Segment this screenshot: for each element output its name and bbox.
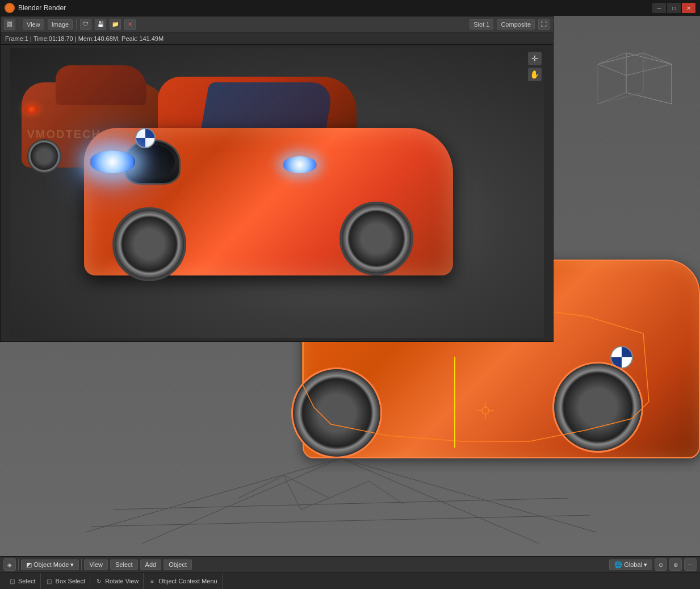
rotate-view-status-item[interactable]: ↻ Rotate View: [90, 573, 144, 589]
watermark-text: VMODTECH.COM: [27, 128, 136, 141]
title-bar: Blender Render ─ □ ✕: [0, 0, 700, 16]
headlight-right-icon: [283, 156, 317, 173]
separator: [19, 19, 19, 30]
render-status-bar: Frame:1 | Time:01:18.70 | Mem:140.68M, P…: [1, 32, 553, 45]
select-label: Select: [18, 578, 36, 584]
close-button[interactable]: ✕: [682, 3, 695, 13]
render-image-container: VMODTECH.COM ✛ ✋: [1, 48, 553, 338]
shield-icon[interactable]: 🛡: [80, 19, 91, 30]
blender-logo-icon: [5, 3, 15, 13]
render-toolbar: 🖼 View Image 🛡 💾 📁 ✕ Slot 1 Composite ⛶: [1, 16, 553, 32]
mouse-left-icon: ◱: [8, 577, 16, 585]
separator: [18, 559, 19, 570]
select-status-item[interactable]: ◱ Select: [3, 573, 41, 589]
svg-line-11: [114, 498, 568, 509]
object-menu-button[interactable]: Object: [164, 559, 192, 570]
transform-handle-icon: [477, 402, 494, 419]
app-title: Blender Render: [18, 4, 66, 12]
close-render-icon[interactable]: ✕: [124, 19, 136, 30]
menu-icon: ≡: [148, 577, 156, 585]
box-select-label: Box Select: [56, 578, 86, 584]
ground-plane-icon: [85, 430, 596, 544]
folder-icon[interactable]: 📁: [110, 19, 121, 30]
mode-bar-right: 🌐 Global ▾ ⊙ ⊕ ⋯: [609, 558, 697, 571]
chevron-down-icon: ▾: [644, 561, 647, 569]
render-window: 🖼 View Image 🛡 💾 📁 ✕ Slot 1 Composite ⛶ …: [0, 16, 554, 342]
select-menu-button[interactable]: Select: [110, 559, 138, 570]
orientation-icon: 🌐: [614, 561, 622, 569]
svg-line-8: [341, 458, 596, 532]
render-image: VMODTECH.COM ✛ ✋: [10, 48, 544, 338]
render-side-icons: ✛ ✋: [526, 48, 544, 85]
save-icon[interactable]: 💾: [95, 19, 106, 30]
fullscreen-icon[interactable]: ⛶: [538, 19, 550, 30]
headlight-left-icon: [90, 151, 135, 173]
svg-point-13: [482, 407, 489, 414]
svg-line-7: [85, 458, 341, 532]
context-label: Object Context Menu: [158, 578, 217, 584]
bmw-logo-icon: [135, 128, 156, 148]
mode-bar: ◈ ◩ Object Mode ▾ View Select Add Object…: [0, 557, 700, 573]
snap-icon[interactable]: ⊕: [669, 558, 682, 571]
global-orientation-button[interactable]: 🌐 Global ▾: [609, 559, 652, 570]
svg-line-10: [341, 458, 539, 544]
wheel-front: [112, 207, 186, 281]
separator: [81, 559, 82, 570]
editor-type-icon[interactable]: 🖼: [4, 19, 15, 30]
status-bar: ◱ Select ◱ Box Select ↻ Rotate View ≡ Ob…: [0, 573, 700, 589]
frame-info: Frame:1 | Time:01:18.70 | Mem:140.68M, P…: [5, 35, 164, 42]
pan-icon[interactable]: ✋: [528, 68, 542, 81]
svg-line-12: [91, 515, 590, 527]
zoom-in-icon[interactable]: ✛: [528, 52, 542, 65]
mouse-drag-icon: ◱: [45, 577, 53, 585]
image-menu-button[interactable]: Image: [48, 19, 73, 30]
object-mode-button[interactable]: ◩ Object Mode ▾: [21, 559, 79, 570]
options-icon[interactable]: ⋯: [684, 558, 697, 571]
minimize-button[interactable]: ─: [652, 3, 666, 13]
rotate-icon: ↻: [95, 577, 103, 585]
composite-selector[interactable]: Composite: [497, 19, 535, 30]
wheel-rear: [339, 202, 413, 275]
svg-line-9: [142, 458, 341, 544]
view-menu-button[interactable]: View: [84, 559, 108, 570]
navigation-cube-icon: [581, 36, 694, 132]
maximize-button[interactable]: □: [667, 3, 681, 13]
object-mode-icon: ◩: [26, 561, 32, 569]
chevron-down-icon: ▾: [70, 561, 74, 569]
separator: [76, 19, 77, 30]
render-toolbar-right: Slot 1 Composite ⛶: [470, 19, 550, 30]
window-controls: ─ □ ✕: [652, 3, 695, 13]
view-menu-button[interactable]: View: [23, 19, 44, 30]
add-menu-button[interactable]: Add: [140, 559, 162, 570]
main-car: [67, 94, 464, 310]
viewport-type-icon[interactable]: ◈: [3, 558, 16, 571]
context-menu-status-item[interactable]: ≡ Object Context Menu: [144, 573, 222, 589]
rotate-label: Rotate View: [105, 578, 139, 584]
slot-selector[interactable]: Slot 1: [470, 19, 493, 30]
bottom-toolbar: ◈ ◩ Object Mode ▾ View Select Add Object…: [0, 556, 700, 589]
pivot-line-icon: [454, 357, 455, 448]
proportional-edit-icon[interactable]: ⊙: [655, 558, 667, 571]
box-select-status-item[interactable]: ◱ Box Select: [41, 573, 91, 589]
